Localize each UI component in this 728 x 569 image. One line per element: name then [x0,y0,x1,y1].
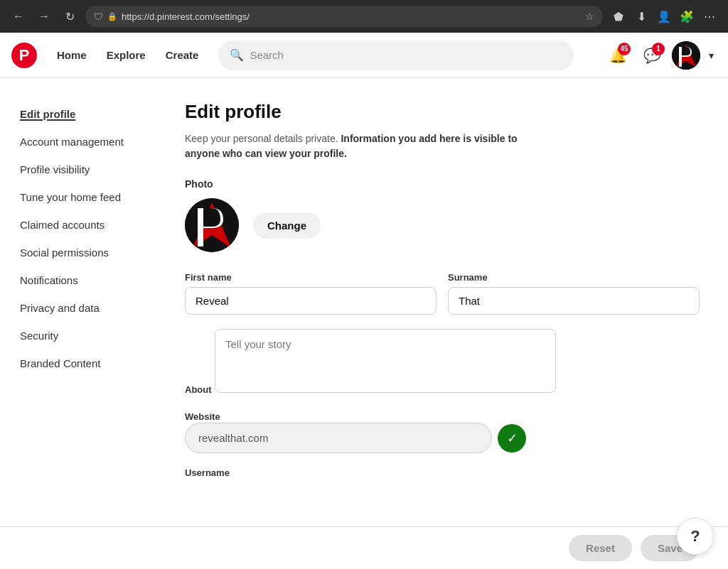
search-bar[interactable]: 🔍 Search [218,40,574,70]
profile-description: Keep your personal details private. Info… [185,131,526,161]
pocket-icon[interactable]: ⬟ [609,6,628,26]
about-group: About [185,329,700,396]
url-text: https://d.pinterest.com/settings/ [122,11,250,22]
address-bar[interactable]: 🛡 🔒 https://d.pinterest.com/settings/ ☆ [85,6,603,27]
download-icon[interactable]: ⬇ [631,6,651,26]
photo-row: Change [185,198,700,252]
sidebar-item-social-permissions[interactable]: Social permissions [11,239,145,266]
avatar-image [672,41,700,70]
search-icon: 🔍 [230,48,244,62]
pinterest-logo[interactable]: P [11,43,37,68]
explore-nav-link[interactable]: Explore [98,43,154,67]
username-label: Username [185,467,700,478]
sidebar-item-privacy-data[interactable]: Privacy and data [11,295,145,321]
create-nav-link[interactable]: Create [157,43,208,67]
account-icon[interactable]: 👤 [654,6,674,26]
about-label: About [185,384,212,395]
first-name-group: First name [185,272,437,315]
profile-photo [185,198,239,252]
lock-icon: 🔒 [107,12,117,21]
surname-input[interactable] [448,287,700,315]
refresh-button[interactable]: ↻ [60,6,80,26]
search-placeholder-text: Search [250,49,284,61]
extensions-icon[interactable]: 🧩 [677,6,697,26]
main-content: Edit profile Account management Profile … [0,78,728,569]
avatar-button[interactable] [672,41,700,70]
website-group: Website ✓ [185,410,700,453]
forward-button[interactable]: → [34,6,54,26]
messages-badge: 1 [652,43,665,55]
messages-button[interactable]: 💬 1 [638,41,666,70]
notifications-button[interactable]: 🔔 45 [604,41,632,70]
surname-label: Surname [448,272,700,283]
star-icon: ☆ [585,11,594,22]
sidebar-item-claimed-accounts[interactable]: Claimed accounts [11,212,145,238]
browser-chrome: ← → ↻ 🛡 🔒 https://d.pinterest.com/settin… [0,0,728,33]
chevron-down-icon[interactable]: ▾ [706,47,717,64]
footer-bar: Reset Save [0,526,728,569]
back-button[interactable]: ← [9,6,28,26]
sidebar: Edit profile Account management Profile … [0,78,156,569]
top-nav: P Home Explore Create 🔍 Search 🔔 45 💬 1 [0,33,728,78]
page-title: Edit profile [185,101,700,123]
photo-label: Photo [185,178,700,190]
name-row: First name Surname [185,272,700,315]
nav-links: Home Explore Create [48,43,207,67]
website-input[interactable] [185,423,492,453]
help-button[interactable]: ? [677,518,714,555]
website-row: ✓ [185,423,526,453]
website-verified-icon[interactable]: ✓ [498,424,526,453]
sidebar-item-account-management[interactable]: Account management [11,129,145,155]
menu-icon[interactable]: ⋯ [700,6,719,26]
notifications-badge: 45 [618,43,631,55]
change-photo-button[interactable]: Change [253,212,321,239]
nav-right: 🔔 45 💬 1 ▾ [604,41,717,70]
about-textarea[interactable] [215,329,556,393]
home-nav-link[interactable]: Home [48,43,95,67]
shield-icon: 🛡 [94,11,103,22]
profile-desc-part1: Keep your personal details private. [185,133,338,144]
first-name-label: First name [185,272,437,283]
sidebar-item-security[interactable]: Security [11,323,145,349]
profile-content: Edit profile Keep your personal details … [156,78,728,569]
sidebar-item-notifications[interactable]: Notifications [11,267,145,293]
sidebar-item-edit-profile[interactable]: Edit profile [11,101,145,127]
reset-button[interactable]: Reset [569,535,632,561]
pinterest-app: P Home Explore Create 🔍 Search 🔔 45 💬 1 [0,33,728,569]
sidebar-item-branded-content[interactable]: Branded Content [11,350,145,376]
browser-actions: ⬟ ⬇ 👤 🧩 ⋯ [609,6,719,26]
sidebar-item-profile-visibility[interactable]: Profile visibility [11,156,145,183]
first-name-input[interactable] [185,287,437,315]
sidebar-item-tune-home-feed[interactable]: Tune your home feed [11,184,145,210]
surname-group: Surname [448,272,700,315]
website-label: Website [185,411,220,422]
